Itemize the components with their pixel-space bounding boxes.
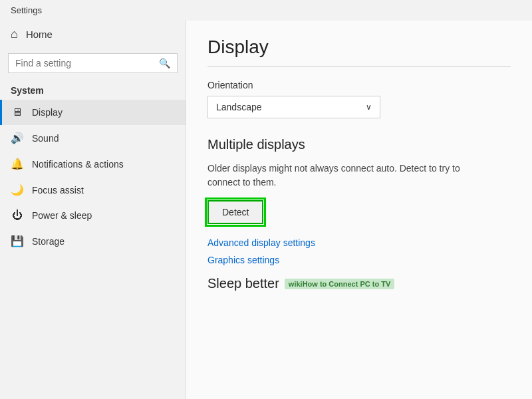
content-area: Display Orientation Landscape ∨ Multiple… [186,21,532,399]
orientation-label: Orientation [207,80,511,90]
sidebar-item-display[interactable]: 🖥 Display [0,100,186,125]
sidebar-item-home[interactable]: ⌂ Home [0,21,186,48]
title-divider [207,66,511,66]
sidebar-item-power[interactable]: ⏻ Power & sleep [0,203,186,228]
main-layout: ⌂ Home 🔍 System 🖥 Display 🔊 Sound 🔔 Noti… [0,21,532,399]
orientation-value: Landscape [216,102,262,112]
multiple-displays-description: Older displays might not always connect … [207,162,487,190]
wikihow-badge: wikiHow to Connect PC to TV [285,279,394,289]
focus-icon: 🌙 [11,184,24,196]
title-bar: Settings [0,0,532,21]
orientation-dropdown[interactable]: Landscape ∨ [207,96,380,118]
system-section-label: System [0,78,186,100]
sidebar-storage-label: Storage [32,236,65,247]
storage-icon: 💾 [11,235,24,247]
sidebar-home-label: Home [26,29,53,40]
sidebar-display-label: Display [32,107,63,118]
search-input[interactable] [15,58,159,68]
sleep-better-title-text: Sleep better [207,276,279,291]
search-icon: 🔍 [159,58,170,68]
sleep-better-section: Sleep better wikiHow to Connect PC to TV [207,276,511,291]
app-title: Settings [11,5,42,15]
search-box: 🔍 [8,53,178,73]
notifications-icon: 🔔 [11,158,24,170]
power-icon: ⏻ [11,209,24,221]
home-icon: ⌂ [11,27,18,41]
sound-icon: 🔊 [11,132,24,144]
sidebar-sound-label: Sound [32,133,59,144]
sidebar-power-label: Power & sleep [32,210,92,221]
display-icon: 🖥 [11,106,24,118]
detect-button[interactable]: Detect [207,200,263,224]
sidebar-item-sound[interactable]: 🔊 Sound [0,125,186,151]
sidebar-item-focus[interactable]: 🌙 Focus assist [0,177,186,203]
sidebar-item-notifications[interactable]: 🔔 Notifications & actions [0,151,186,177]
sidebar: ⌂ Home 🔍 System 🖥 Display 🔊 Sound 🔔 Noti… [0,21,186,399]
sidebar-item-storage[interactable]: 💾 Storage [0,228,186,254]
sidebar-focus-label: Focus assist [32,185,84,196]
multiple-displays-title: Multiple displays [207,137,511,152]
advanced-display-settings-link[interactable]: Advanced display settings [207,237,511,248]
sidebar-notifications-label: Notifications & actions [32,159,124,170]
graphics-settings-link[interactable]: Graphics settings [207,255,511,265]
chevron-down-icon: ∨ [366,102,372,112]
page-title: Display [207,37,511,58]
